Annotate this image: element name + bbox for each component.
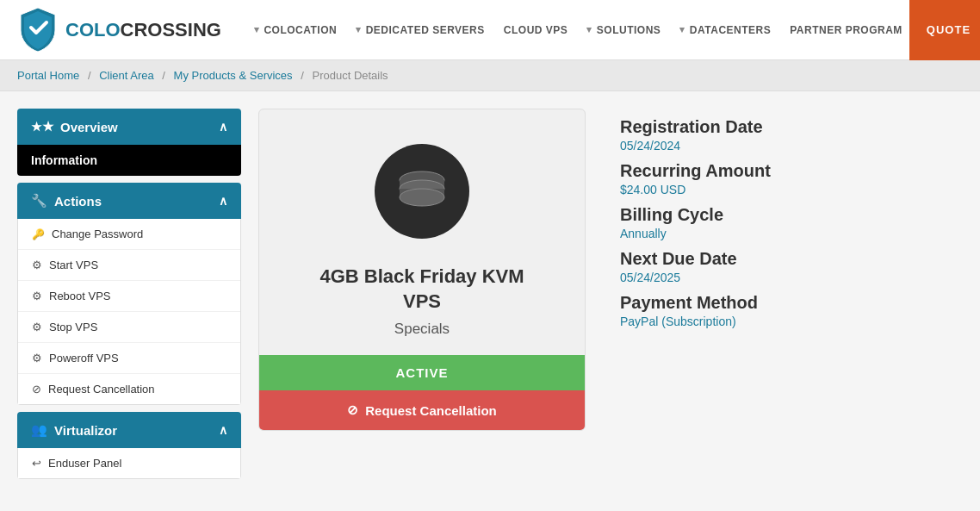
chevron-virtualizor-icon: ∧ [219, 423, 227, 437]
sidebar-header-actions[interactable]: 🔧 Actions ∧ [17, 183, 241, 219]
main-content: ★ Overview ∧ Information 🔧 Actions ∧ Cha… [0, 91, 980, 503]
svg-point-4 [400, 189, 444, 206]
change-password-label: Change Password [52, 227, 143, 240]
virt-icon: 👥 [31, 422, 47, 438]
billing-cycle-label: Billing Cycle [620, 205, 963, 225]
sidebar-enduser-panel[interactable]: Enduser Panel [18, 448, 240, 478]
sidebar-virtualizor-label: Virtualizor [54, 423, 117, 438]
product-cancel-button[interactable]: ⊘ Request Cancellation [259, 390, 585, 430]
sidebar-actions-label: Actions [54, 194, 102, 209]
breadcrumb-sep-1: / [88, 69, 91, 82]
product-icon-area [259, 109, 585, 256]
stop-vps-label: Stop VPS [49, 321, 97, 333]
nav-links: COLOCATION DEDICATED SERVERS CLOUD VPS S… [247, 19, 909, 41]
wrench-icon: 🔧 [31, 193, 47, 209]
top-navigation: COLOCROSSING COLOCATION DEDICATED SERVER… [0, 0, 980, 60]
cancel-btn-icon: ⊘ [347, 402, 358, 418]
sidebar-actions-menu: Change Password Start VPS Reboot VPS Sto… [17, 219, 241, 405]
nav-partner-program[interactable]: PARTNER PROGRAM [783, 19, 909, 41]
breadcrumb: Portal Home / Client Area / My Products … [0, 60, 980, 91]
sidebar-header-overview[interactable]: ★ Overview ∧ [17, 109, 241, 145]
sidebar-header-virtualizor[interactable]: 👥 Virtualizor ∧ [17, 412, 241, 448]
breadcrumb-sep-3: / [301, 69, 304, 82]
registration-date-value: 05/24/2024 [620, 139, 963, 153]
chevron-overview-icon: ∧ [219, 120, 227, 134]
cancel-icon [32, 383, 41, 396]
recurring-amount-label: Recurring Amount [620, 161, 963, 181]
quote-button[interactable]: QUOTE [909, 0, 980, 60]
start-vps-label: Start VPS [49, 259, 98, 271]
recurring-amount-value: $24.00 USD [620, 183, 963, 196]
logo[interactable]: COLOCROSSING [17, 6, 221, 53]
logo-shield-icon [17, 6, 59, 53]
payment-method-label: Payment Method [620, 293, 963, 313]
sidebar-change-password[interactable]: Change Password [18, 219, 240, 250]
gear-icon-3 [32, 321, 42, 333]
billing-cycle-value: Annually [620, 227, 963, 240]
breadcrumb-product-details: Product Details [312, 69, 388, 82]
database-icon-circle [375, 144, 469, 239]
panel-icon [32, 457, 41, 470]
sidebar-poweroff-vps[interactable]: Poweroff VPS [18, 343, 240, 374]
gear-icon-4 [32, 352, 42, 365]
sidebar-virtualizor-menu: Enduser Panel [17, 448, 241, 479]
key-icon [32, 227, 45, 240]
sidebar-section-overview: ★ Overview ∧ Information [17, 109, 241, 176]
product-status-bar: ACTIVE [259, 355, 585, 390]
payment-method-value: PayPal (Subscription) [620, 315, 963, 328]
sidebar-overview-label: Overview [60, 120, 118, 134]
product-sub: Specials [259, 317, 585, 355]
nav-dedicated-servers[interactable]: DEDICATED SERVERS [349, 19, 492, 41]
enduser-panel-label: Enduser Panel [48, 457, 121, 470]
chevron-actions-icon: ∧ [219, 194, 227, 208]
sidebar-start-vps[interactable]: Start VPS [18, 250, 240, 281]
gear-icon-2 [32, 290, 42, 302]
sidebar-stop-vps[interactable]: Stop VPS [18, 312, 240, 343]
next-due-date-value: 05/24/2025 [620, 271, 963, 284]
request-cancellation-label: Request Cancellation [48, 383, 155, 396]
nav-colocation[interactable]: COLOCATION [247, 19, 344, 41]
nav-solutions[interactable]: SOLUTIONS [580, 19, 667, 41]
info-panel: Registration Date 05/24/2024 Recurring A… [603, 109, 963, 486]
sidebar: ★ Overview ∧ Information 🔧 Actions ∧ Cha… [17, 109, 241, 486]
sidebar-section-virtualizor: 👥 Virtualizor ∧ Enduser Panel [17, 412, 241, 479]
breadcrumb-sep-2: / [162, 69, 165, 82]
sidebar-request-cancellation[interactable]: Request Cancellation [18, 374, 240, 404]
breadcrumb-client-area[interactable]: Client Area [99, 69, 154, 82]
logo-text: COLOCROSSING [65, 19, 221, 41]
sidebar-section-actions: 🔧 Actions ∧ Change Password Start VPS Re… [17, 183, 241, 405]
product-panel: 4GB Black Friday KVM VPS Specials ACTIVE… [258, 109, 586, 486]
breadcrumb-portal-home[interactable]: Portal Home [17, 69, 79, 82]
registration-date-label: Registration Date [620, 117, 963, 137]
cancel-btn-label: Request Cancellation [365, 403, 497, 418]
poweroff-vps-label: Poweroff VPS [49, 352, 119, 365]
reboot-vps-label: Reboot VPS [49, 290, 111, 302]
product-card: 4GB Black Friday KVM VPS Specials ACTIVE… [258, 109, 586, 431]
nav-cloud-vps[interactable]: CLOUD VPS [497, 19, 575, 41]
star-icon: ★ [31, 119, 53, 134]
gear-icon-1 [32, 259, 42, 271]
database-icon [396, 170, 448, 213]
next-due-date-label: Next Due Date [620, 249, 963, 269]
product-name: 4GB Black Friday KVM VPS [259, 256, 585, 317]
sidebar-information-item[interactable]: Information [17, 145, 241, 176]
breadcrumb-my-products[interactable]: My Products & Services [174, 69, 293, 82]
nav-datacenters[interactable]: DATACENTERS [673, 19, 778, 41]
sidebar-reboot-vps[interactable]: Reboot VPS [18, 281, 240, 312]
